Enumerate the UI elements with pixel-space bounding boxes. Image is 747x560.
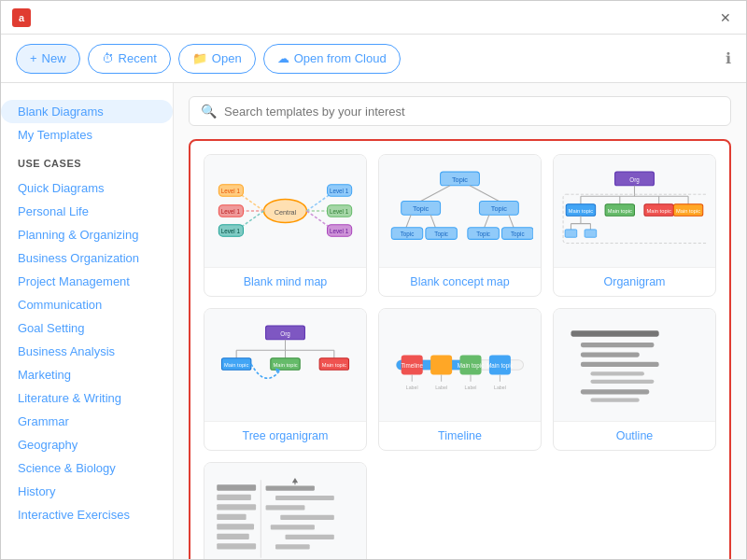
template-preview-gantt-chart xyxy=(204,463,366,559)
template-preview-outline xyxy=(554,309,715,421)
svg-text:Label: Label xyxy=(406,385,418,390)
cloud-icon: ☁ xyxy=(277,51,289,65)
sidebar-item-communication[interactable]: Communication xyxy=(1,293,173,316)
template-blank-mind-map[interactable]: Central Level 1 Level 1 Level 1 xyxy=(204,154,367,297)
sidebar-btn-my-templates[interactable]: My Templates xyxy=(1,123,173,147)
svg-text:Level 1: Level 1 xyxy=(330,208,349,215)
search-bar: 🔍 xyxy=(189,96,731,126)
svg-rect-99 xyxy=(590,380,654,384)
sidebar-item-project-mgmt[interactable]: Project Management xyxy=(1,270,173,293)
template-blank-concept-map[interactable]: Topic Topic Topic xyxy=(378,154,542,297)
open-cloud-label: Open from Cloud xyxy=(294,51,387,65)
svg-rect-61 xyxy=(585,230,597,237)
content-area: 🔍 Central xyxy=(174,83,746,559)
recent-button[interactable]: ⏱ Recent xyxy=(88,44,171,74)
template-preview-blank-mind-map: Central Level 1 Level 1 Level 1 xyxy=(204,155,366,267)
template-tree-organigram[interactable]: Org Main topic xyxy=(204,308,367,451)
sidebar-item-history[interactable]: History xyxy=(1,480,173,503)
template-organigram[interactable]: Org Main topic xyxy=(553,154,716,297)
use-cases-label: USE CASES xyxy=(1,150,173,173)
template-outline[interactable]: Outline xyxy=(553,308,716,451)
sidebar-item-planning[interactable]: Planning & Organizing xyxy=(1,223,173,246)
search-icon: 🔍 xyxy=(201,104,217,119)
open-icon: 📁 xyxy=(192,51,207,65)
svg-text:Timeline: Timeline xyxy=(401,362,423,369)
template-gantt-chart[interactable]: Gantt Chart xyxy=(204,462,367,559)
recent-label: Recent xyxy=(119,51,157,65)
svg-rect-105 xyxy=(217,514,246,520)
svg-line-23 xyxy=(470,186,499,202)
sidebar-item-literature[interactable]: Literature & Writing xyxy=(1,386,173,410)
svg-rect-116 xyxy=(271,525,315,529)
template-label-outline: Outline xyxy=(554,421,715,450)
templates-list: Central Level 1 Level 1 Level 1 xyxy=(204,154,716,559)
new-label: New xyxy=(42,51,66,65)
svg-text:Topic: Topic xyxy=(452,175,468,184)
svg-text:Org: Org xyxy=(280,330,290,338)
svg-marker-111 xyxy=(292,478,298,483)
sidebar-item-quick-diagrams[interactable]: Quick Diagrams xyxy=(1,176,173,200)
open-cloud-button[interactable]: ☁ Open from Cloud xyxy=(263,44,401,74)
sidebar-item-goal-setting[interactable]: Goal Setting xyxy=(1,316,173,340)
sidebar-item-business-analysis[interactable]: Business Analysis xyxy=(1,340,173,363)
svg-text:Central: Central xyxy=(275,208,297,217)
svg-text:Level 1: Level 1 xyxy=(221,208,241,215)
sidebar-item-business-org[interactable]: Business Organization xyxy=(1,246,173,270)
toolbar: + New ⏱ Recent 📁 Open ☁ Open from Cloud … xyxy=(1,35,746,83)
open-button[interactable]: 📁 Open xyxy=(178,44,256,74)
svg-rect-98 xyxy=(590,371,644,375)
svg-text:Label: Label xyxy=(494,385,506,390)
sidebar-item-geography[interactable]: Geography xyxy=(1,433,173,456)
svg-text:Level 1: Level 1 xyxy=(221,188,241,194)
svg-rect-104 xyxy=(217,504,256,510)
svg-text:Main topic: Main topic xyxy=(458,362,485,370)
svg-rect-118 xyxy=(275,544,310,549)
info-button[interactable]: ℹ xyxy=(726,49,731,67)
sidebar-item-marketing[interactable]: Marketing xyxy=(1,363,173,386)
svg-rect-117 xyxy=(286,535,334,539)
svg-text:Main topic: Main topic xyxy=(273,362,297,368)
sidebar-item-personal-life[interactable]: Personal Life xyxy=(1,200,173,223)
svg-text:Topic: Topic xyxy=(413,204,429,213)
sidebar-top-section: Blank Diagrams My Templates xyxy=(1,96,173,150)
sidebar-item-science-biology[interactable]: Science & Biology xyxy=(1,456,173,480)
template-label-blank-concept-map: Blank concept map xyxy=(379,267,541,296)
svg-text:Level 1: Level 1 xyxy=(221,228,241,234)
svg-rect-60 xyxy=(565,230,577,237)
template-label-tree-organigram: Tree organigram xyxy=(204,421,366,450)
template-preview-organigram: Org Main topic xyxy=(554,155,715,267)
search-input[interactable] xyxy=(224,105,719,119)
svg-text:Main topic: Main topic xyxy=(322,362,346,368)
close-button[interactable]: ✕ xyxy=(716,8,735,27)
svg-text:Topic: Topic xyxy=(401,231,415,238)
svg-text:Label: Label xyxy=(465,385,477,390)
svg-rect-95 xyxy=(581,343,655,347)
sidebar-item-grammar[interactable]: Grammar xyxy=(1,410,173,433)
svg-line-30 xyxy=(485,215,489,228)
main-area: Blank Diagrams My Templates USE CASES Qu… xyxy=(1,83,746,559)
svg-rect-94 xyxy=(571,330,658,336)
sidebar-btn-blank-diagrams[interactable]: Blank Diagrams xyxy=(1,100,173,123)
svg-rect-114 xyxy=(266,505,305,510)
new-button[interactable]: + New xyxy=(16,44,80,74)
sidebar-item-interactive[interactable]: Interactive Exercises xyxy=(1,503,173,526)
template-timeline[interactable]: Timeline Main topic Main topic xyxy=(378,308,542,451)
app-window: a ✕ + New ⏱ Recent 📁 Open ☁ Open from Cl… xyxy=(0,0,747,560)
svg-text:Level 1: Level 1 xyxy=(330,228,349,234)
template-preview-blank-concept-map: Topic Topic Topic xyxy=(379,155,541,267)
template-label-organigram: Organigram xyxy=(554,267,715,296)
template-label-blank-mind-map: Blank mind map xyxy=(204,267,366,296)
svg-text:Topic: Topic xyxy=(434,231,448,238)
template-preview-tree-organigram: Org Main topic xyxy=(204,309,366,421)
svg-rect-106 xyxy=(217,524,254,529)
open-label: Open xyxy=(212,51,242,65)
svg-rect-108 xyxy=(217,543,256,549)
svg-text:Level 1: Level 1 xyxy=(330,188,349,194)
svg-text:Main topic: Main topic xyxy=(647,208,671,214)
svg-text:Main topic: Main topic xyxy=(224,362,248,368)
svg-text:Topic: Topic xyxy=(511,231,525,238)
svg-rect-112 xyxy=(266,485,315,490)
svg-rect-96 xyxy=(581,352,640,357)
template-preview-timeline: Timeline Main topic Main topic xyxy=(379,309,541,421)
template-label-timeline: Timeline xyxy=(379,421,541,450)
